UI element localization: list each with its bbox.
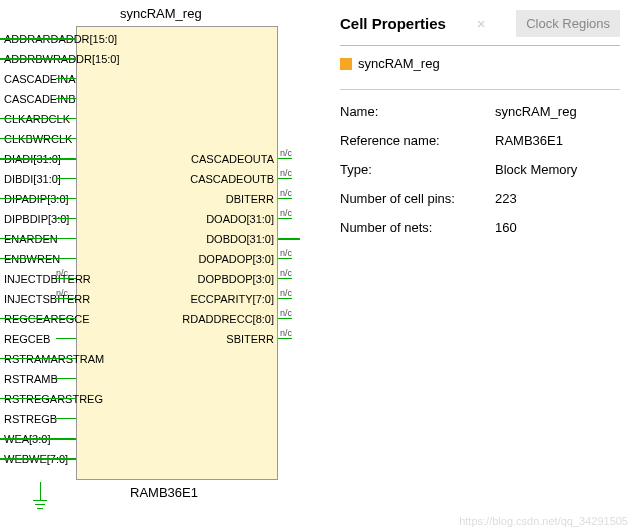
nc-label: n/c: [56, 268, 68, 278]
wire-stub: [56, 178, 76, 179]
wire-stub: [278, 258, 292, 259]
ground-bar: [37, 508, 43, 509]
port-left[interactable]: CLKBWRCLK: [4, 134, 72, 145]
nc-label: n/c: [280, 188, 292, 198]
port-left[interactable]: DIBDI[31:0]: [4, 174, 61, 185]
wire-stub: [278, 198, 292, 199]
prop-row: Name:syncRAM_reg: [340, 104, 620, 119]
prop-row: Number of nets:160: [340, 220, 620, 235]
schematic-canvas: syncRAM_reg RAMB36E1 ADDRARDADDR[15:0]AD…: [0, 0, 300, 531]
prop-row: Number of cell pins:223: [340, 191, 620, 206]
port-right[interactable]: CASCADEOUTA: [191, 154, 274, 165]
port-left[interactable]: DIPADIP[3:0]: [4, 194, 69, 205]
port-left[interactable]: RSTREGB: [4, 414, 57, 425]
port-left[interactable]: RSTRAMB: [4, 374, 58, 385]
prop-label: Reference name:: [340, 133, 495, 148]
close-icon[interactable]: ×: [477, 15, 486, 32]
wire-stub: [278, 318, 292, 319]
port-left[interactable]: INJECTDBITERR: [4, 274, 91, 285]
port-left[interactable]: CLKARDCLK: [4, 114, 70, 125]
prop-value: Block Memory: [495, 162, 577, 177]
prop-value: 160: [495, 220, 517, 235]
wire-stub: [278, 158, 292, 159]
wire-stub: [56, 378, 76, 379]
wire-stub: [278, 298, 292, 299]
wire-in: [0, 118, 76, 119]
port-left[interactable]: INJECTSBITERR: [4, 294, 90, 305]
wire-stub: [278, 278, 292, 279]
port-left[interactable]: REGCEAREGCE: [4, 314, 90, 325]
port-right[interactable]: DOPBDOP[3:0]: [198, 274, 274, 285]
port-right[interactable]: DBITERR: [226, 194, 274, 205]
wire-in: [0, 238, 76, 239]
port-left[interactable]: REGCEB: [4, 334, 50, 345]
port-right[interactable]: CASCADEOUTB: [190, 174, 274, 185]
port-left[interactable]: CASCADEINA: [4, 74, 76, 85]
prop-value: syncRAM_reg: [495, 104, 577, 119]
port-left[interactable]: ENARDEN: [4, 234, 58, 245]
prop-value: 223: [495, 191, 517, 206]
port-left[interactable]: RSTRAMARSTRAM: [4, 354, 104, 365]
wire-in: [0, 58, 76, 60]
nc-label: n/c: [280, 308, 292, 318]
nc-label: n/c: [280, 248, 292, 258]
wire-stub: [56, 78, 76, 79]
wire-stub: [56, 218, 76, 219]
port-right[interactable]: DOPADOP[3:0]: [198, 254, 274, 265]
prop-row: Type:Block Memory: [340, 162, 620, 177]
ground-icon: [40, 482, 41, 500]
wire-in: [0, 158, 76, 160]
wire-stub: [278, 338, 292, 339]
wire-in: [0, 458, 76, 460]
cell-title: syncRAM_reg: [120, 6, 202, 21]
wire-in: [0, 258, 76, 259]
prop-label: Type:: [340, 162, 495, 177]
wire-stub: [278, 178, 292, 179]
cell-tag-label: syncRAM_reg: [358, 56, 440, 71]
separator: [340, 89, 620, 90]
wire-stub: [56, 338, 76, 339]
wire-stub: [56, 278, 76, 279]
wire-stub: [278, 218, 292, 219]
wire-in: [0, 438, 76, 440]
wire-in: [0, 198, 76, 199]
wire-stub: [56, 298, 76, 299]
ground-bar: [33, 500, 47, 501]
port-left[interactable]: RSTREGARSTREG: [4, 394, 103, 405]
port-right[interactable]: SBITERR: [226, 334, 274, 345]
nc-label: n/c: [280, 148, 292, 158]
wire-stub: [56, 98, 76, 99]
nc-label: n/c: [280, 328, 292, 338]
cell-tag[interactable]: syncRAM_reg: [340, 56, 620, 71]
nc-label: n/c: [280, 288, 292, 298]
prop-value: RAMB36E1: [495, 133, 563, 148]
port-right[interactable]: RDADDRECC[8:0]: [182, 314, 274, 325]
port-left[interactable]: DIPBDIP[3:0]: [4, 214, 69, 225]
nc-label: n/c: [280, 168, 292, 178]
prop-label: Name:: [340, 104, 495, 119]
tab-clock-regions[interactable]: Clock Regions: [516, 10, 620, 37]
port-left[interactable]: CASCADEINB: [4, 94, 76, 105]
wire-in: [0, 358, 76, 359]
cell-footer: RAMB36E1: [130, 485, 198, 500]
props-header: Cell Properties × Clock Regions: [340, 10, 620, 46]
prop-label: Number of nets:: [340, 220, 495, 235]
wire-out: [278, 238, 300, 240]
watermark: https://blog.csdn.net/qq_34291505: [459, 515, 628, 527]
ground-bar: [35, 504, 45, 505]
nc-label: n/c: [56, 288, 68, 298]
prop-row: Reference name:RAMB36E1: [340, 133, 620, 148]
prop-label: Number of cell pins:: [340, 191, 495, 206]
nc-label: n/c: [280, 208, 292, 218]
port-left[interactable]: ENBWREN: [4, 254, 60, 265]
port-right[interactable]: ECCPARITY[7:0]: [190, 294, 274, 305]
wire-stub: [56, 418, 76, 419]
port-right[interactable]: DOBDO[31:0]: [206, 234, 274, 245]
wire-in: [0, 38, 76, 40]
swatch-icon: [340, 58, 352, 70]
port-right[interactable]: DOADO[31:0]: [206, 214, 274, 225]
wire-in: [0, 398, 76, 399]
nc-label: n/c: [280, 268, 292, 278]
properties-panel: Cell Properties × Clock Regions syncRAM_…: [340, 10, 620, 249]
wire-in: [0, 318, 76, 319]
